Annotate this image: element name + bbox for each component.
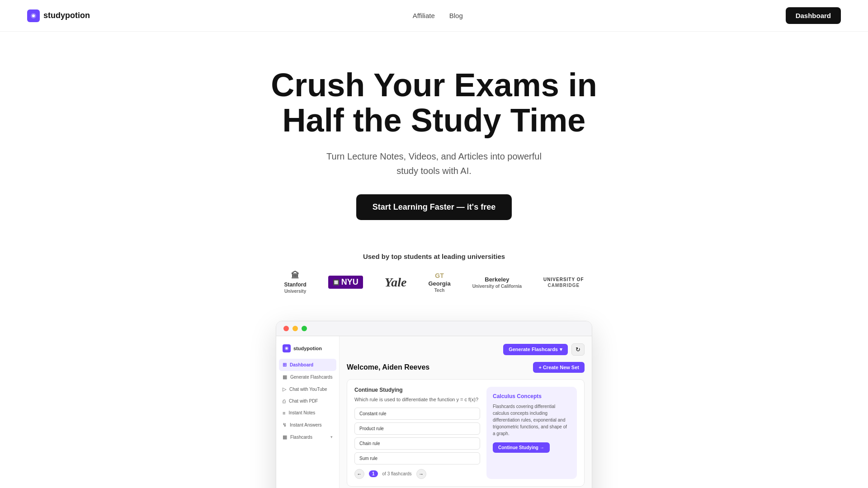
expand-icon: ▾ — [330, 435, 333, 439]
hero-section: Crush Your Exams in Half the Study Time … — [0, 32, 868, 238]
answers-icon: ↯ — [283, 422, 287, 428]
youtube-icon: ▷ — [283, 386, 286, 392]
calculus-card: Calculus Concepts Flashcards covering di… — [486, 387, 577, 479]
answer-option-3[interactable]: Sum rule — [354, 452, 480, 465]
sidebar-logo-text: studypotion — [293, 346, 322, 351]
navbar: studypotion Affiliate Blog Dashboard — [0, 0, 868, 32]
generate-flashcards-button[interactable]: Generate Flashcards ▾ — [503, 344, 568, 355]
flash-progress: of 3 flashcards — [382, 471, 412, 476]
stanford-symbol: 🏛 — [291, 271, 299, 281]
stanford-logo: 🏛 Stanford University — [284, 271, 306, 294]
dropdown-arrow-icon: ▾ — [560, 347, 562, 352]
hero-heading: Crush Your Exams in Half the Study Time — [231, 68, 637, 138]
flashcards-icon: ▦ — [283, 434, 287, 440]
sidebar-item-generate-flashcards[interactable]: ▦ Generate Flashcards — [276, 371, 339, 383]
universities-section: Used by top students at leading universi… — [0, 238, 868, 303]
create-new-set-button[interactable]: + Create New Set — [533, 362, 585, 373]
window-topbar — [276, 321, 592, 336]
berkeley-logo: Berkeley University of California — [472, 276, 522, 289]
university-logos: 🏛 Stanford University 🔲 NYU Yale GT Geor… — [9, 271, 859, 294]
sidebar: studypotion ⊞ Dashboard ▦ Generate Flash… — [276, 336, 340, 488]
sidebar-label-answers: Instant Answers — [290, 422, 322, 427]
continue-studying-label: Continue Studying — [354, 387, 480, 393]
svg-point-3 — [286, 347, 288, 349]
sidebar-label-notes: Instant Notes — [288, 410, 315, 415]
sidebar-label-flashcards: Flashcards — [290, 435, 312, 440]
calculus-card-description: Flashcards covering differential calculu… — [493, 403, 571, 437]
refresh-button[interactable]: ↻ — [571, 343, 585, 356]
sidebar-item-instant-notes[interactable]: ≡ Instant Notes — [276, 407, 339, 419]
sidebar-item-chat-youtube[interactable]: ▷ Chat with YouTube — [276, 383, 339, 395]
study-nav: ← 1 of 3 flashcards → — [354, 469, 480, 479]
dashboard-icon: ⊞ — [283, 362, 287, 368]
main-content: Generate Flashcards ▾ ↻ Welcome, Aiden R… — [340, 336, 592, 488]
cta-button[interactable]: Start Learning Faster — it's free — [356, 194, 512, 220]
universities-label: Used by top students at leading universi… — [9, 253, 859, 260]
sidebar-logo: studypotion — [276, 342, 339, 359]
svg-point-1 — [32, 14, 35, 17]
prev-arrow-icon: ← — [357, 471, 362, 477]
gatech-logo: GT Georgia Tech — [429, 272, 451, 293]
nav-links: Affiliate Blog — [413, 12, 463, 19]
generate-flashcards-icon: ▦ — [283, 374, 287, 380]
calculus-card-title: Calculus Concepts — [493, 393, 571, 399]
refresh-icon: ↻ — [576, 346, 580, 353]
welcome-header: Welcome, Aiden Reeves + Create New Set — [347, 362, 585, 373]
notes-icon: ≡ — [283, 410, 285, 416]
nav-blog[interactable]: Blog — [449, 12, 463, 19]
answer-option-1[interactable]: Product rule — [354, 422, 480, 435]
cambridge-logo: University of Cambridge — [543, 277, 584, 288]
dot-minimize — [292, 326, 298, 331]
dashboard-button[interactable]: Dashboard — [786, 7, 841, 24]
nav-affiliate[interactable]: Affiliate — [413, 12, 435, 19]
app-layout: studypotion ⊞ Dashboard ▦ Generate Flash… — [276, 336, 592, 488]
generate-flashcards-label: Generate Flashcards — [509, 347, 558, 352]
study-left: Continue Studying Which rule is used to … — [354, 387, 480, 479]
sidebar-item-dashboard[interactable]: ⊞ Dashboard — [279, 359, 336, 371]
pdf-icon: ⎙ — [283, 399, 286, 404]
toolbar: Generate Flashcards ▾ ↻ — [347, 343, 585, 356]
sidebar-item-flashcards[interactable]: ▦ Flashcards ▾ — [276, 431, 339, 443]
logo[interactable]: studypotion — [27, 9, 90, 22]
hero-heading-line2: Half the Study Time — [283, 102, 586, 138]
sidebar-item-chat-pdf[interactable]: ⎙ Chat with PDF — [276, 395, 339, 407]
study-box: Continue Studying Which rule is used to … — [347, 379, 585, 487]
sidebar-logo-icon — [283, 344, 291, 352]
sidebar-label-pdf: Chat with PDF — [289, 399, 318, 404]
logo-text: studypotion — [43, 11, 90, 20]
yale-logo: Yale — [385, 275, 407, 290]
sidebar-label-youtube: Chat with YouTube — [289, 387, 327, 392]
answer-option-0[interactable]: Constant rule — [354, 408, 480, 420]
continue-studying-button[interactable]: Continue Studying → — [493, 442, 550, 453]
hero-subtext: Turn Lecture Notes, Videos, and Articles… — [316, 149, 552, 178]
hero-heading-line1: Crush Your Exams in — [271, 67, 597, 103]
dot-fullscreen — [302, 326, 307, 331]
sidebar-item-instant-answers[interactable]: ↯ Instant Answers — [276, 419, 339, 431]
answer-option-2[interactable]: Chain rule — [354, 437, 480, 450]
flash-badge: 1 — [369, 470, 378, 477]
product-window: studypotion ⊞ Dashboard ▦ Generate Flash… — [276, 321, 592, 488]
next-flashcard-button[interactable]: → — [416, 469, 426, 479]
nyu-logo: 🔲 NYU — [328, 276, 363, 289]
sidebar-label-dashboard: Dashboard — [290, 362, 313, 367]
next-arrow-icon: → — [419, 471, 424, 477]
logo-icon — [27, 9, 40, 22]
sidebar-label-generate: Generate Flashcards — [290, 375, 332, 380]
study-question: Which rule is used to differentiate the … — [354, 397, 480, 402]
prev-flashcard-button[interactable]: ← — [354, 469, 364, 479]
product-showcase: studypotion ⊞ Dashboard ▦ Generate Flash… — [0, 303, 868, 488]
dot-close — [283, 326, 289, 331]
welcome-title: Welcome, Aiden Reeves — [347, 363, 429, 371]
